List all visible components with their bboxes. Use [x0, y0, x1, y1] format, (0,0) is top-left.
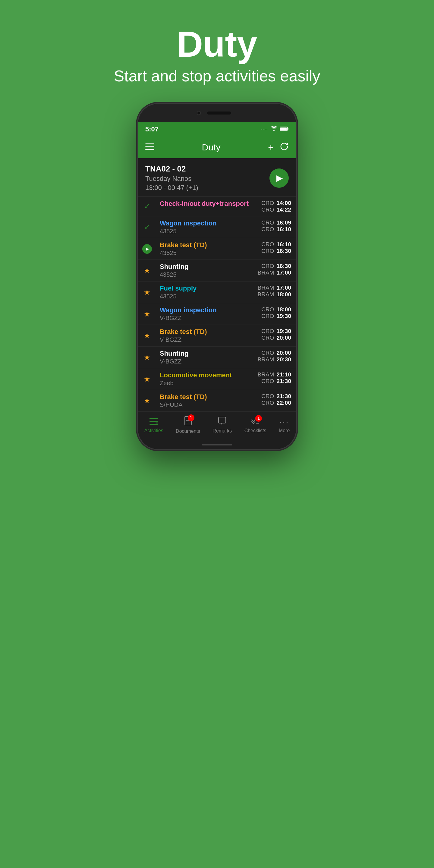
activity-content: Locomotive movement Zeeb [156, 368, 257, 390]
activity-time2: 21:30 [276, 378, 291, 384]
hero-title: Duty [114, 24, 320, 64]
activity-time2: 17:00 [276, 270, 291, 276]
activity-time1: 16:10 [276, 241, 291, 248]
svg-rect-9 [156, 423, 158, 424]
list-item[interactable]: ★ Brake test (TD) S/HUDA CRO 21:30 CRO 2… [138, 390, 296, 412]
duty-name: Tuesday Nanos [145, 175, 198, 183]
duty-play-button[interactable]: ▶ [270, 168, 289, 188]
nav-badge: 1 [255, 415, 262, 422]
list-item[interactable]: ★ Shunting 43525 CRO 16:30 BRAM 17:00 [138, 260, 296, 281]
menu-icon[interactable] [145, 143, 154, 152]
check-icon: ✓ [144, 223, 150, 231]
nav-item-activities[interactable]: Activities [144, 417, 163, 433]
hero-section: Duty Start and stop activities easily [114, 0, 320, 103]
activity-icon: ▶ [138, 238, 156, 259]
star-icon: ★ [144, 288, 150, 297]
activity-time2: 20:00 [276, 335, 291, 341]
star-icon: ★ [144, 353, 150, 362]
play-icon: ▶ [276, 173, 283, 183]
activities-icon [150, 417, 158, 427]
play-small-icon: ▶ [142, 244, 152, 254]
activity-time2: 22:00 [276, 400, 291, 406]
status-bar: 5:07 ···· [138, 122, 296, 136]
activity-content: Shunting 43525 [156, 260, 257, 281]
activity-loc1: CRO [261, 328, 274, 335]
activity-time2: 20:30 [276, 356, 291, 363]
activity-times: CRO 20:00 BRAM 20:30 [257, 347, 296, 368]
activity-content: Fuel supply 43525 [156, 281, 257, 303]
activity-name: Wagon inspection [160, 306, 258, 314]
svg-rect-3 [145, 144, 154, 144]
activity-name: Brake test (TD) [160, 241, 258, 249]
list-item[interactable]: ★ Brake test (TD) V-BGZZ CRO 19:30 CRO 2… [138, 325, 296, 347]
activity-time1: 21:30 [276, 393, 291, 400]
list-item[interactable]: ★ Fuel supply 43525 BRAM 17:00 BRAM 18:0… [138, 281, 296, 303]
activity-times: BRAM 17:00 BRAM 18:00 [257, 281, 296, 303]
svg-rect-8 [150, 424, 158, 425]
activity-icon: ✓ [138, 216, 156, 238]
activity-times: CRO 16:09 CRO 16:10 [261, 216, 296, 238]
list-item[interactable]: ✓ Check-in/out duty+transport CRO 14:00 … [138, 197, 296, 216]
activity-loc2: CRO [261, 226, 274, 233]
svg-rect-7 [150, 421, 158, 422]
activity-content: Wagon inspection 43525 [156, 216, 261, 238]
phone-camera [197, 111, 201, 115]
activity-icon: ★ [138, 390, 156, 411]
star-icon: ★ [144, 332, 150, 340]
activity-icon: ★ [138, 325, 156, 346]
svg-rect-6 [150, 418, 158, 419]
activity-time1: 20:00 [276, 350, 291, 356]
activity-name: Brake test (TD) [160, 328, 258, 336]
activity-sub: S/HUDA [160, 401, 258, 408]
nav-label-documents: Documents [176, 429, 200, 434]
duty-id: TNA02 - 02 [145, 164, 198, 174]
activity-time2: 14:22 [276, 207, 291, 213]
refresh-button[interactable] [280, 142, 289, 153]
nav-item-more[interactable]: ··· More [279, 417, 290, 433]
list-item[interactable]: ★ Wagon inspection V-BGZZ CRO 18:00 CRO … [138, 303, 296, 325]
list-item[interactable]: ✓ Wagon inspection 43525 CRO 16:09 CRO 1… [138, 216, 296, 238]
svg-rect-1 [287, 128, 288, 130]
activity-content: Brake test (TD) V-BGZZ [156, 325, 261, 346]
activity-times: CRO 18:00 CRO 19:30 [261, 303, 296, 324]
nav-label-remarks: Remarks [213, 428, 232, 434]
activity-icon: ★ [138, 303, 156, 324]
star-icon: ★ [144, 267, 150, 275]
star-icon: ★ [144, 397, 150, 405]
add-button[interactable]: + [268, 142, 274, 153]
nav-label-more: More [279, 428, 290, 433]
svg-rect-14 [218, 417, 226, 423]
activity-times: BRAM 21:10 CRO 21:30 [257, 368, 296, 390]
battery-icon [280, 126, 289, 132]
activity-times: CRO 19:30 CRO 20:00 [261, 325, 296, 346]
status-icons: ···· [260, 126, 289, 132]
svg-rect-5 [145, 149, 154, 150]
svg-marker-15 [220, 423, 222, 425]
activity-times: CRO 16:30 BRAM 17:00 [257, 260, 296, 281]
activity-time1: 16:09 [276, 219, 291, 226]
activity-sub: Zeeb [160, 380, 254, 387]
more-icon: ··· [279, 417, 289, 427]
list-item[interactable]: ★ Shunting V-BGZZ CRO 20:00 BRAM 20:30 [138, 347, 296, 368]
activity-icon: ★ [138, 347, 156, 368]
activity-time1: 17:00 [276, 284, 291, 291]
status-time: 5:07 [145, 125, 158, 133]
home-indicator [202, 444, 232, 445]
activity-loc2: CRO [261, 378, 274, 384]
activity-loc1: CRO [261, 200, 274, 207]
nav-item-checklists[interactable]: 1 Checklists [244, 417, 267, 433]
activity-name: Locomotive movement [160, 371, 254, 379]
phone-bottom-bar [138, 440, 296, 449]
nav-item-remarks[interactable]: Remarks [213, 416, 232, 434]
activity-loc1: BRAM [257, 284, 274, 291]
list-item[interactable]: ▶ Brake test (TD) 43525 CRO 16:10 CRO 16… [138, 238, 296, 260]
nav-item-documents[interactable]: 1 Documents [176, 416, 200, 434]
activity-times: CRO 21:30 CRO 22:00 [261, 390, 296, 411]
list-item[interactable]: ★ Locomotive movement Zeeb BRAM 21:10 CR… [138, 368, 296, 390]
phone-notch [138, 104, 296, 122]
wifi-icon [271, 126, 277, 132]
activity-times: CRO 14:00 CRO 14:22 [261, 197, 296, 216]
hero-subtitle: Start and stop activities easily [114, 67, 320, 85]
activity-loc1: CRO [261, 393, 274, 400]
activity-time2: 16:30 [276, 248, 291, 254]
